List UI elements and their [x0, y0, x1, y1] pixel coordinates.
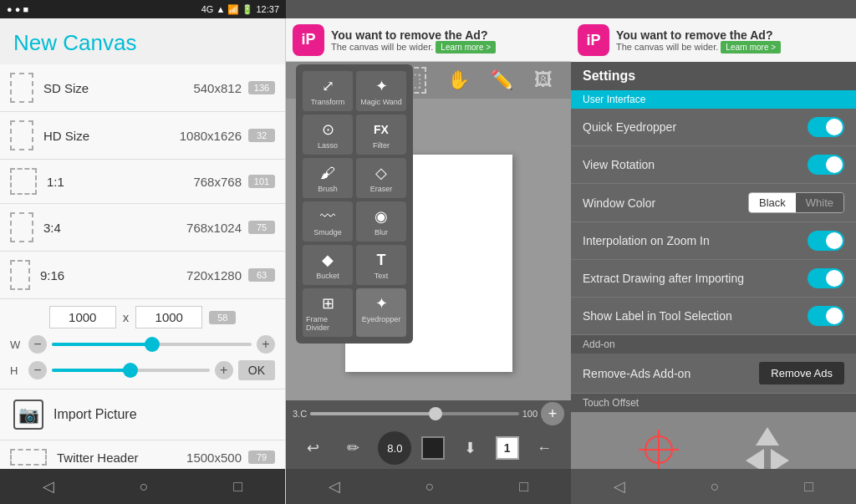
tool-text[interactable]: T Text: [356, 245, 406, 285]
learn-more-p2[interactable]: Learn more >: [436, 41, 496, 53]
zoom-plus-btn[interactable]: +: [541, 402, 564, 425]
tool-magic-wand[interactable]: ✦ Magic Wand: [356, 71, 406, 111]
row-quick-eyedropper[interactable]: Quick Eyedropper: [571, 109, 856, 146]
new-canvas-panel: New Canvas SD Size 540x812 136 HD Size 1…: [0, 18, 286, 504]
transform-label: Transform: [311, 98, 345, 106]
touch-offset-area[interactable]: [571, 412, 856, 469]
window-color-group: Black White: [748, 192, 844, 213]
image-icon[interactable]: 🖼: [534, 69, 553, 91]
wc-white-btn[interactable]: White: [796, 193, 843, 212]
arrow-up-btn[interactable]: [756, 427, 779, 445]
height-plus-btn[interactable]: +: [215, 361, 233, 379]
ok-button[interactable]: OK: [238, 360, 275, 380]
tool-smudge[interactable]: 〰 Smudge: [303, 201, 353, 242]
canvas-item-3x4[interactable]: 3:4 768x1024 75: [0, 204, 285, 252]
show-label-toggle[interactable]: [808, 306, 844, 326]
zoom-slider-thumb[interactable]: [429, 407, 442, 420]
row-view-rotation[interactable]: View Rotation: [571, 146, 856, 184]
home-btn-p3[interactable]: ○: [711, 478, 720, 496]
text-label: Text: [374, 272, 389, 280]
square-btn-p2[interactable]: □: [519, 478, 528, 496]
view-rotation-label: View Rotation: [583, 158, 808, 171]
width-slider-track[interactable]: [52, 343, 252, 346]
square-btn-p3[interactable]: □: [804, 478, 813, 496]
filter-icon: FX: [374, 120, 389, 140]
width-minus-btn[interactable]: −: [28, 335, 47, 354]
height-slider-row: H − + OK: [10, 359, 275, 382]
preview-9x16: [10, 260, 30, 290]
canvas-item-twitter[interactable]: Twitter Header 1500x500 79: [0, 440, 285, 469]
tool-transform[interactable]: ⤢ Transform: [303, 71, 353, 111]
9x16-size: 720x1280: [186, 268, 242, 283]
toggle-thumb-qe: [826, 119, 843, 135]
extract-drawing-toggle[interactable]: [808, 268, 844, 288]
tool-frame-divider[interactable]: ⊞ Frame Divider: [303, 288, 353, 337]
ad-banner-p3: iP You want to remove the Ad? The canvas…: [571, 18, 856, 62]
quick-eyedropper-toggle[interactable]: [808, 117, 844, 137]
touch-offset-label: Touch Offset: [571, 394, 856, 412]
preview-1x1: [10, 168, 37, 195]
canvas-work-area[interactable]: ⤢ Transform ✦ Magic Wand ⊙ Lasso FX Filt…: [286, 99, 571, 427]
width-plus-btn[interactable]: +: [257, 335, 275, 354]
tool-eraser[interactable]: ◇ Eraser: [356, 158, 406, 198]
9x16-count: 63: [248, 268, 275, 282]
pen-icon[interactable]: ✏️: [491, 69, 513, 91]
canvas-item-9x16[interactable]: 9:16 720x1280 63: [0, 252, 285, 299]
arrow-right-btn[interactable]: [771, 449, 789, 469]
tool-eyedropper[interactable]: ✦ Eyedropper: [356, 288, 406, 337]
width-slider-thumb[interactable]: [145, 337, 160, 352]
tool-lasso[interactable]: ⊙ Lasso: [303, 115, 353, 155]
square-btn-p1[interactable]: □: [233, 478, 242, 496]
download-icon[interactable]: ⬇: [456, 433, 486, 463]
height-minus-btn[interactable]: −: [28, 361, 47, 379]
back-arrow-icon[interactable]: ←: [529, 433, 559, 463]
row-extract-drawing[interactable]: Extract Drawing after Importing: [571, 260, 856, 298]
magic-wand-icon: ✦: [375, 76, 388, 96]
home-btn-p1[interactable]: ○: [140, 478, 149, 496]
wc-black-btn[interactable]: Black: [749, 193, 796, 212]
hand-icon[interactable]: ✋: [447, 69, 470, 91]
interpolation-toggle[interactable]: [808, 231, 844, 251]
view-rotation-toggle[interactable]: [808, 155, 844, 175]
remove-ads-button[interactable]: Remove Ads: [759, 362, 844, 384]
learn-more-p3[interactable]: Learn more >: [721, 41, 781, 53]
toggle-thumb-sl: [826, 308, 843, 324]
panel2-nav: ◁ ○ □: [286, 469, 571, 504]
tool-bucket[interactable]: ◆ Bucket: [303, 245, 353, 285]
custom-height-input[interactable]: [135, 306, 202, 328]
arrow-left-btn[interactable]: [746, 449, 764, 469]
custom-width-input[interactable]: [49, 306, 116, 328]
undo-icon[interactable]: ↩: [298, 433, 328, 463]
home-btn-p2[interactable]: ○: [425, 478, 435, 496]
row-show-label[interactable]: Show Label in Tool Selection: [571, 298, 856, 335]
zoom-percent: 100: [522, 409, 538, 419]
row-interpolation[interactable]: Interpolation on Zoom In: [571, 222, 856, 260]
tool-filter[interactable]: FX Filter: [356, 115, 406, 155]
brush-icon: 🖌: [320, 163, 335, 183]
tool-blur[interactable]: ◉ Blur: [356, 201, 406, 242]
back-btn-p2[interactable]: ◁: [329, 477, 340, 496]
brush-size-display[interactable]: 8.0: [378, 431, 411, 465]
canvas-item-1x1[interactable]: 1:1 768x768 101: [0, 160, 285, 204]
zoom-slider-track[interactable]: [310, 412, 519, 415]
twitter-size: 1500x500: [186, 451, 242, 465]
back-btn-p1[interactable]: ◁: [43, 477, 54, 496]
canvas-bottom-bar: ↩ ✏ 8.0 ⬇ 1 ←: [286, 427, 571, 469]
status-icons: ● ● ■: [7, 4, 28, 14]
height-slider-thumb[interactable]: [123, 363, 138, 378]
canvas-item-hd[interactable]: HD Size 1080x1626 32: [0, 112, 285, 160]
ad-icon-p2: iP: [293, 24, 324, 56]
settings-panel: iP You want to remove the Ad? The canvas…: [571, 18, 856, 504]
panel1-title: New Canvas: [13, 30, 272, 56]
pencil-icon[interactable]: ✏: [338, 433, 368, 463]
height-slider-track[interactable]: [52, 369, 210, 372]
canvas-item-sd[interactable]: SD Size 540x812 136: [0, 64, 285, 112]
magic-wand-label: Magic Wand: [360, 98, 402, 106]
tool-brush[interactable]: 🖌 Brush: [303, 158, 353, 198]
color-swatch[interactable]: [421, 436, 445, 460]
back-btn-p3[interactable]: ◁: [614, 477, 625, 496]
import-picture-row[interactable]: 📷 Import Picture: [0, 389, 285, 440]
row-window-color[interactable]: Window Color Black White: [571, 184, 856, 222]
panel1-nav: ◁ ○ □: [0, 469, 285, 504]
layer-badge[interactable]: 1: [496, 436, 519, 460]
